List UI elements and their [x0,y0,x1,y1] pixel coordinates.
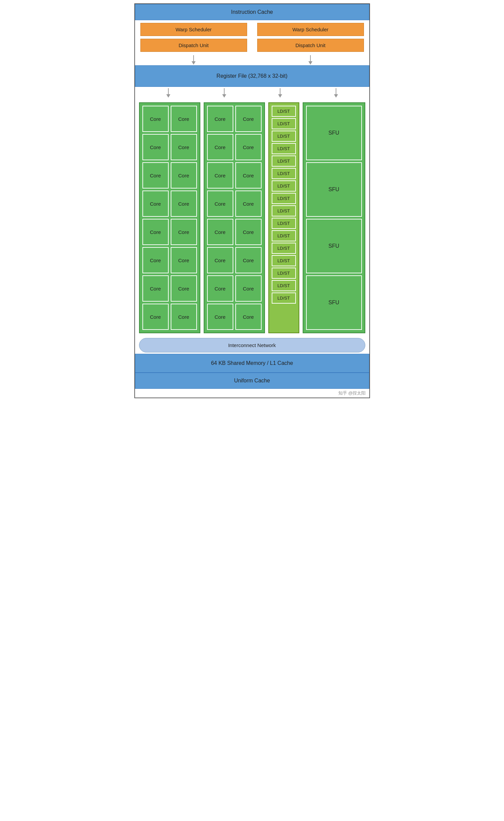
core-box: Core [235,106,262,132]
ldst-box: LD/ST [272,218,296,229]
arrow-1 [190,55,197,65]
schedulers-row: Warp Scheduler Warp Scheduler [135,20,369,39]
core-box: Core [171,304,197,330]
ldst-box: LD/ST [272,143,296,154]
ldst-box: LD/ST [272,193,296,204]
arrow-3 [165,88,172,98]
core-column-1: Core Core Core Core Core Core Core Core … [139,102,200,333]
core-box: Core [235,247,262,273]
sfu-box-2: SFU [306,162,362,217]
core-pair: Core Core [207,191,262,217]
core-box: Core [207,275,233,302]
core-box: Core [142,219,169,245]
core-box: Core [235,275,262,302]
core-box: Core [207,191,233,217]
core-pair: Core Core [207,219,262,245]
core-box: Core [235,134,262,160]
core-box: Core [207,219,233,245]
arrow-4 [221,88,228,98]
ldst-column: LD/ST LD/ST LD/ST LD/ST LD/ST LD/ST LD/S… [268,102,299,333]
core-pair: Core Core [207,247,262,273]
core-pair: Core Core [207,134,262,160]
ldst-box: LD/ST [272,205,296,216]
arrow-5 [277,88,283,98]
ldst-box: LD/ST [272,118,296,129]
ldst-box: LD/ST [272,293,296,304]
ldst-box: LD/ST [272,131,296,142]
core-box: Core [142,304,169,330]
warp-scheduler-2: Warp Scheduler [257,23,364,36]
core-box: Core [235,162,262,189]
ldst-box: LD/ST [272,106,296,117]
core-pair: Core Core [142,134,197,160]
watermark: 知乎 @捏太阳 [135,389,369,398]
core-box: Core [171,134,197,160]
core-box: Core [207,247,233,273]
core-box: Core [171,191,197,217]
core-box: Core [171,275,197,302]
core-pair: Core Core [142,219,197,245]
ldst-box: LD/ST [272,255,296,266]
core-box: Core [171,247,197,273]
arrow-2 [307,55,314,65]
core-pair: Core Core [142,304,197,330]
main-section: Core Core Core Core Core Core Core Core … [135,99,369,337]
warp-scheduler-1: Warp Scheduler [140,23,247,36]
svg-marker-11 [334,94,338,98]
sfu-box-4: SFU [306,275,362,330]
core-pair: Core Core [207,106,262,132]
core-box: Core [142,106,169,132]
core-pair: Core Core [207,304,262,330]
core-pair: Core Core [142,162,197,189]
core-box: Core [235,304,262,330]
core-pair: Core Core [142,106,197,132]
dispatch-unit-2: Dispatch Unit [257,39,364,52]
arrows-to-register [135,55,369,65]
svg-marker-1 [192,61,196,65]
core-pair: Core Core [142,247,197,273]
core-box: Core [207,162,233,189]
interconnect-network: Interconnect Network [139,338,365,352]
svg-marker-5 [166,94,170,98]
core-box: Core [142,275,169,302]
core-box: Core [171,106,197,132]
svg-marker-9 [278,94,282,98]
core-box: Core [171,162,197,189]
instruction-cache: Instruction Cache [135,4,369,20]
core-box: Core [171,219,197,245]
ldst-box: LD/ST [272,230,296,241]
ldst-box: LD/ST [272,168,296,179]
arrow-6 [333,88,339,98]
svg-marker-3 [308,61,312,65]
core-box: Core [235,219,262,245]
core-box: Core [207,134,233,160]
ldst-box: LD/ST [272,268,296,279]
sfu-column: SFU SFU SFU SFU [303,102,365,333]
core-column-2: Core Core Core Core Core Core Core Core … [204,102,265,333]
ldst-box: LD/ST [272,243,296,254]
ldst-box: LD/ST [272,180,296,192]
core-pair: Core Core [142,275,197,302]
core-box: Core [142,162,169,189]
core-box: Core [142,247,169,273]
dispatch-unit-1: Dispatch Unit [140,39,247,52]
arrows-from-register [135,87,369,99]
gpu-diagram: Instruction Cache Warp Scheduler Warp Sc… [134,3,370,398]
ldst-box: LD/ST [272,280,296,291]
dispatch-row: Dispatch Unit Dispatch Unit [135,39,369,55]
core-box: Core [235,191,262,217]
core-pair: Core Core [207,275,262,302]
shared-memory: 64 KB Shared Memory / L1 Cache [135,354,369,373]
sfu-box-3: SFU [306,219,362,273]
core-box: Core [207,106,233,132]
uniform-cache: Uniform Cache [135,373,369,389]
core-box: Core [207,304,233,330]
register-file: Register File (32,768 x 32-bit) [135,65,369,87]
core-pair: Core Core [142,191,197,217]
sfu-box-1: SFU [306,106,362,160]
svg-marker-7 [222,94,226,98]
ldst-box: LD/ST [272,156,296,167]
core-box: Core [142,134,169,160]
core-pair: Core Core [207,162,262,189]
core-box: Core [142,191,169,217]
